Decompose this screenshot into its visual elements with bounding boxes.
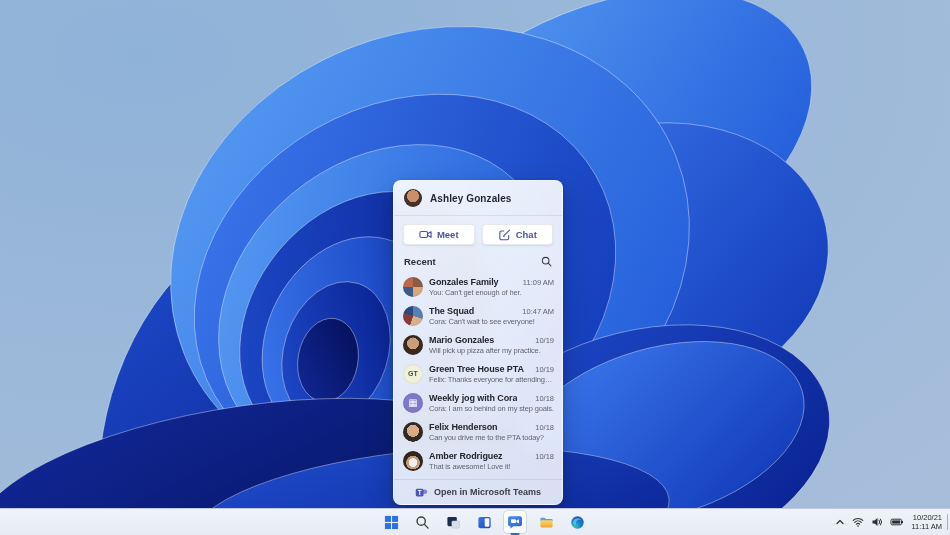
conversation-row[interactable]: Gonzales Family 11:09 AM You: Can't get …: [394, 272, 562, 301]
conversation-preview: You: Can't get enough of her.: [429, 288, 554, 297]
conversation-list: Gonzales Family 11:09 AM You: Can't get …: [394, 271, 562, 479]
conversation-time: 10/18: [535, 452, 554, 461]
taskbar-time: 11:11 AM: [911, 522, 942, 531]
open-in-teams-button[interactable]: T Open in Microsoft Teams: [394, 479, 562, 504]
conversation-name: Green Tree House PTA: [429, 364, 524, 374]
calendar-avatar: [403, 393, 423, 413]
chat-bubble-icon: [507, 514, 523, 530]
chat-button-label: Chat: [516, 229, 537, 240]
conversation-preview: Cora: I am so behind on my step goals.: [429, 404, 554, 413]
conversation-avatar: [403, 451, 423, 471]
tray-chevron-button[interactable]: [835, 517, 845, 527]
search-icon[interactable]: [541, 256, 552, 267]
conversation-name: Gonzales Family: [429, 277, 499, 287]
conversation-preview: Cora: Can't wait to see everyone!: [429, 317, 554, 326]
meet-button-label: Meet: [437, 229, 459, 240]
chevron-up-icon: [835, 517, 845, 527]
teams-chat-button[interactable]: [504, 511, 526, 533]
conversation-preview: Will pick up pizza after my practice.: [429, 346, 554, 355]
conversation-time: 10/19: [535, 365, 554, 374]
action-buttons: Meet Chat: [394, 216, 562, 254]
conversation-time: 10:47 AM: [522, 307, 554, 316]
user-name: Ashley Gonzales: [430, 193, 512, 204]
conversation-name: Mario Gonzales: [429, 335, 494, 345]
video-camera-icon: [419, 228, 432, 241]
conversation-avatar: [403, 422, 423, 442]
start-button[interactable]: [380, 511, 402, 533]
conversation-row[interactable]: Mario Gonzales 10/19 Will pick up pizza …: [394, 330, 562, 359]
search-button[interactable]: [411, 511, 433, 533]
folder-icon: [539, 515, 554, 530]
conversation-time: 11:09 AM: [523, 278, 554, 287]
teams-chat-flyout: Ashley Gonzales Meet Chat Recent: [393, 180, 563, 505]
chat-button[interactable]: Chat: [482, 224, 554, 245]
chat-header: Ashley Gonzales: [394, 181, 562, 216]
recent-header: Recent: [394, 254, 562, 271]
task-view-icon: [446, 515, 461, 530]
taskbar: 10/20/21 11:11 AM: [0, 508, 950, 535]
conversation-row[interactable]: Felix Henderson 10/18 Can you drive me t…: [394, 417, 562, 446]
conversation-time: 10/18: [535, 423, 554, 432]
conversation-name: Felix Henderson: [429, 422, 498, 432]
battery-icon: [890, 516, 904, 528]
conversation-row[interactable]: The Squad 10:47 AM Cora: Can't wait to s…: [394, 301, 562, 330]
user-avatar[interactable]: [404, 189, 422, 207]
taskbar-clock[interactable]: 10/20/21 11:11 AM: [911, 513, 942, 531]
task-view-button[interactable]: [442, 511, 464, 533]
file-explorer-button[interactable]: [535, 511, 557, 533]
system-tray: 10/20/21 11:11 AM: [835, 509, 942, 535]
conversation-avatar: [403, 277, 423, 297]
speaker-icon: [871, 516, 883, 528]
conversation-row[interactable]: GT Green Tree House PTA 10/19 Felix: Tha…: [394, 359, 562, 388]
volume-button[interactable]: [871, 516, 883, 528]
search-icon: [415, 515, 430, 530]
edge-browser-icon: [570, 515, 585, 530]
conversation-name: Weekly jog with Cora: [429, 393, 517, 403]
conversation-avatar: GT: [403, 364, 423, 384]
meet-button[interactable]: Meet: [403, 224, 475, 245]
battery-button[interactable]: [890, 516, 904, 528]
conversation-name: The Squad: [429, 306, 474, 316]
conversation-preview: That is awesome! Love it!: [429, 462, 554, 471]
conversation-avatar: [403, 335, 423, 355]
wifi-icon: [852, 516, 864, 528]
widgets-icon: [477, 515, 492, 530]
conversation-row[interactable]: Weekly jog with Cora 10/18 Cora: I am so…: [394, 388, 562, 417]
widgets-button[interactable]: [473, 511, 495, 533]
open-in-teams-label: Open in Microsoft Teams: [434, 487, 541, 497]
svg-text:T: T: [418, 488, 422, 495]
conversation-row[interactable]: Amber Rodriguez 10/18 That is awesome! L…: [394, 446, 562, 475]
network-button[interactable]: [852, 516, 864, 528]
windows-start-icon: [384, 515, 399, 530]
edge-button[interactable]: [566, 511, 588, 533]
taskbar-center-icons: [380, 509, 588, 535]
conversation-time: 10/19: [535, 336, 554, 345]
conversation-avatar: [403, 306, 423, 326]
compose-icon: [498, 228, 511, 241]
taskbar-date: 10/20/21: [911, 513, 942, 522]
microsoft-teams-icon: T: [415, 486, 428, 499]
recent-label: Recent: [404, 256, 436, 267]
conversation-time: 10/18: [535, 394, 554, 403]
conversation-preview: Felix: Thanks everyone for attending tod…: [429, 375, 554, 384]
conversation-preview: Can you drive me to the PTA today?: [429, 433, 554, 442]
conversation-name: Amber Rodriguez: [429, 451, 503, 461]
